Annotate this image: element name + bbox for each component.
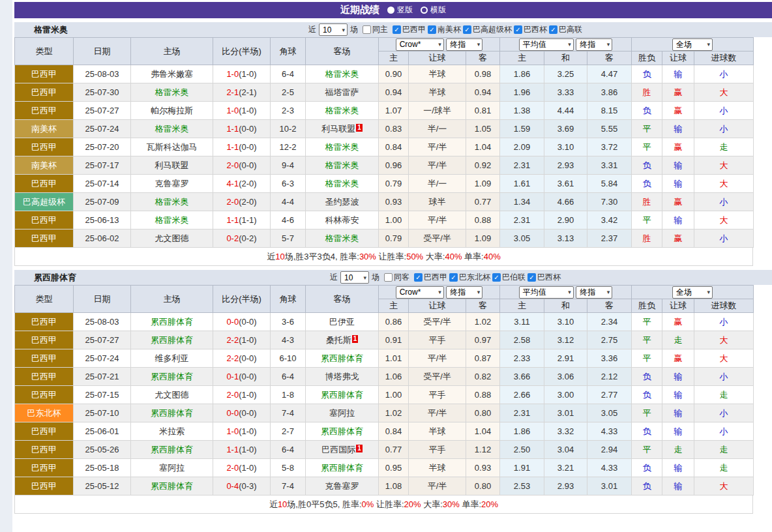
home-team-name[interactable]: 米拉索 [159, 426, 185, 436]
league-filter[interactable]: ✓巴高联 [549, 24, 582, 35]
league-filter-label: 巴西甲 [424, 272, 447, 283]
league-filter[interactable]: ✓巴西杯 [514, 24, 547, 35]
halftime-score: (1-0) [239, 390, 256, 400]
result-cell: 负 [632, 175, 662, 193]
result-cell: 负 [632, 102, 662, 120]
home-team-name[interactable]: 格雷米奥 [155, 124, 189, 134]
home-team-name[interactable]: 格雷米奥 [155, 87, 189, 97]
home-team-name[interactable]: 累西腓体育 [151, 335, 193, 345]
home-team-name[interactable]: 尤文图德 [155, 233, 189, 243]
match-row: 巴西甲25-08-03弗鲁米嫩塞1-0(1-0)6-4格雷米奥0.90半球0.9… [15, 65, 754, 83]
vertical-view-option[interactable]: 竖版 [387, 5, 413, 16]
home-team-name[interactable]: 帕尔梅拉斯 [151, 106, 193, 115]
checkbox-checked-icon[interactable]: ✓ [428, 25, 436, 34]
final-odds-select[interactable]: 终指▾ [446, 38, 482, 51]
match-scope-select[interactable]: 全场▾ [672, 38, 713, 51]
same-venue-filter[interactable]: 同客 [384, 272, 409, 283]
checkbox-unchecked-icon[interactable] [363, 25, 371, 34]
final-odds-select-2[interactable]: 终指▾ [576, 38, 612, 51]
league-filter[interactable]: ✓巴西甲 [414, 272, 447, 283]
away-team-name[interactable]: 累西腓体育 [321, 390, 363, 400]
home-team-cell: 格雷米奥 [131, 211, 213, 229]
final-odds-select-2[interactable]: 终指▾ [576, 286, 612, 299]
league-filter[interactable]: ✓巴东北杯 [449, 272, 490, 283]
away-team-name[interactable]: 格雷米奥 [325, 233, 359, 243]
checkbox-unchecked-icon[interactable] [384, 273, 393, 282]
halftime-score: (1-0) [239, 426, 256, 436]
final-odds-select[interactable]: 终指▾ [446, 286, 482, 299]
league-filter[interactable]: ✓巴伯联 [492, 272, 526, 283]
away-team-name[interactable]: 利马联盟 [321, 124, 355, 134]
league-filter[interactable]: ✓巴西杯 [527, 272, 561, 283]
home-team-name[interactable]: 克鲁塞罗 [155, 179, 189, 188]
away-team-name[interactable]: 累西腓体育 [321, 353, 363, 363]
avg-draw-odds: 3.33 [544, 83, 587, 102]
odds-company-select[interactable]: Crow*▾ [396, 38, 444, 51]
away-team-name[interactable]: 格雷米奥 [325, 106, 359, 115]
home-team-name[interactable]: 累西腓体育 [151, 445, 193, 454]
away-team-name[interactable]: 塞阿拉 [329, 408, 355, 418]
away-team-name[interactable]: 桑托斯 [326, 335, 351, 345]
avg-odds-select[interactable]: 平均值▾ [519, 38, 574, 51]
score-cell: 0-0(0-0) [213, 313, 271, 331]
home-team-name[interactable]: 瓦斯科达伽马 [147, 142, 198, 152]
corner-cell: 6-4 [271, 65, 306, 83]
crow-home-odds: 0.84 [379, 138, 409, 156]
home-team-name[interactable]: 维多利亚 [155, 353, 189, 363]
away-team-name[interactable]: 累西腓体育 [321, 463, 363, 473]
away-team-name[interactable]: 福塔雷萨 [325, 87, 359, 97]
home-team-name[interactable]: 累西腓体育 [151, 408, 193, 418]
away-team-name[interactable]: 克鲁塞罗 [325, 481, 359, 491]
league-filter[interactable]: ✓巴西甲 [393, 24, 426, 35]
checkbox-checked-icon[interactable]: ✓ [549, 25, 557, 34]
away-team-name[interactable]: 格雷米奥 [325, 160, 359, 170]
result-cell: 平 [632, 349, 662, 368]
home-team-name[interactable]: 累西腓体育 [151, 481, 193, 491]
summary-row: 近10场,胜3平3负4, 胜率:30% 让胜率:50% 大率:40% 单率:40… [14, 248, 753, 266]
radio-unselected-icon[interactable] [421, 7, 428, 14]
same-venue-filter[interactable]: 同主 [363, 24, 388, 35]
goals-result-cell: 小 [694, 368, 754, 386]
league-filter[interactable]: ✓巴高超级杯 [463, 24, 512, 35]
summary-text: 近 [267, 252, 275, 261]
home-team-name[interactable]: 弗鲁米嫩塞 [151, 69, 193, 79]
type-cell: 南美杯 [15, 120, 74, 138]
home-team-name[interactable]: 累西腓体育 [151, 372, 193, 381]
result-cell: 胜 [632, 83, 662, 102]
checkbox-checked-icon[interactable]: ✓ [449, 273, 458, 282]
league-filter[interactable]: ✓南美杯 [428, 24, 461, 35]
away-team-name[interactable]: 累西腓体育 [321, 426, 363, 436]
crow-away-odds: 1.12 [466, 441, 500, 459]
home-team-name[interactable]: 格雷米奥 [155, 197, 189, 207]
crow-home-odds: 0.77 [379, 441, 409, 459]
home-team-name[interactable]: 塞阿拉 [159, 463, 185, 473]
away-team-name[interactable]: 博塔弗戈 [325, 372, 359, 381]
home-team-name[interactable]: 利马联盟 [155, 160, 189, 170]
away-team-name[interactable]: 科林蒂安 [325, 215, 359, 225]
home-team-name[interactable]: 尤文图德 [155, 390, 189, 400]
checkbox-checked-icon[interactable]: ✓ [492, 273, 501, 282]
checkbox-checked-icon[interactable]: ✓ [527, 273, 536, 282]
crow-handicap: 平手 [409, 331, 466, 349]
home-team-name[interactable]: 格雷米奥 [155, 215, 189, 225]
recent-count-select[interactable]: 10▾ [319, 23, 348, 36]
away-team-name[interactable]: 圣约瑟波 [325, 197, 359, 207]
home-team-name[interactable]: 累西腓体育 [151, 317, 193, 327]
checkbox-checked-icon[interactable]: ✓ [514, 25, 522, 34]
checkbox-checked-icon[interactable]: ✓ [414, 273, 423, 282]
avg-home-odds: 3.05 [500, 229, 544, 248]
away-team-name[interactable]: 巴伊亚 [329, 317, 355, 327]
league-filter-label: 巴高超级杯 [473, 24, 512, 35]
checkbox-checked-icon[interactable]: ✓ [463, 25, 471, 34]
avg-odds-select[interactable]: 平均值▾ [519, 286, 574, 299]
away-team-name[interactable]: 巴西国际 [321, 445, 355, 454]
away-team-name[interactable]: 格雷米奥 [325, 179, 359, 188]
odds-company-select[interactable]: Crow*▾ [396, 286, 444, 299]
radio-selected-icon[interactable] [387, 7, 394, 14]
away-team-name[interactable]: 格雷米奥 [325, 69, 359, 79]
recent-count-select[interactable]: 10▾ [340, 271, 369, 284]
horizontal-view-option[interactable]: 横版 [421, 5, 446, 16]
match-scope-select[interactable]: 全场▾ [672, 286, 713, 299]
away-team-name[interactable]: 格雷米奥 [325, 142, 359, 152]
checkbox-checked-icon[interactable]: ✓ [393, 25, 401, 34]
